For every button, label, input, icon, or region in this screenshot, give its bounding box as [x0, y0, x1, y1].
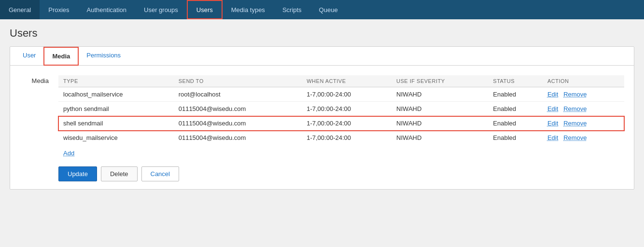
table-row-highlighted: shell sendmail 01115004@wisedu.com 1-7,0…	[58, 116, 624, 131]
page-title: Users	[10, 27, 634, 40]
nav-item-user-groups[interactable]: User groups	[135, 0, 187, 19]
col-when-active: WHEN ACTIVE	[302, 75, 392, 87]
col-type: TYPE	[58, 75, 174, 87]
update-button[interactable]: Update	[58, 166, 97, 181]
cell-send-to: 01115004@wisedu.com	[174, 116, 302, 131]
media-table: TYPE SEND TO WHEN ACTIVE USE IF SEVERITY…	[58, 75, 624, 145]
cell-action: Edit Remove	[543, 102, 624, 116]
edit-link[interactable]: Edit	[547, 134, 558, 141]
sub-tab-bar: User Media Permissions	[10, 47, 634, 66]
nav-item-authentication[interactable]: Authentication	[78, 0, 135, 19]
cell-when-active: 1-7,00:00-24:00	[302, 116, 392, 131]
cell-status: Enabled	[488, 116, 543, 131]
cell-action: Edit Remove	[543, 87, 624, 102]
top-navigation: General Proxies Authentication User grou…	[0, 0, 644, 19]
col-use-if-severity: USE IF SEVERITY	[392, 75, 488, 87]
cell-severity: NIWAHD	[392, 116, 488, 131]
nav-item-queue[interactable]: Queue	[310, 0, 347, 19]
main-card: User Media Permissions Media TYPE SEND T…	[10, 46, 634, 190]
nav-item-users[interactable]: Users	[187, 0, 223, 19]
tab-media[interactable]: Media	[43, 47, 79, 66]
cell-when-active: 1-7,00:00-24:00	[302, 131, 392, 145]
edit-link[interactable]: Edit	[547, 120, 558, 127]
table-row: python sendmail 01115004@wisedu.com 1-7,…	[58, 102, 624, 116]
cell-action: Edit Remove	[543, 131, 624, 145]
table-row: wisedu_mailservice 01115004@wisedu.com 1…	[58, 131, 624, 145]
col-status: STATUS	[488, 75, 543, 87]
cell-severity: NIWAHD	[392, 131, 488, 145]
media-label: Media	[20, 75, 49, 159]
page-content: Users User Media Permissions Media TYPE …	[0, 19, 644, 247]
nav-item-media-types[interactable]: Media types	[223, 0, 274, 19]
cell-when-active: 1-7,00:00-24:00	[302, 102, 392, 116]
remove-link[interactable]: Remove	[563, 120, 587, 127]
media-table-container: TYPE SEND TO WHEN ACTIVE USE IF SEVERITY…	[58, 75, 624, 159]
cell-status: Enabled	[488, 87, 543, 102]
cell-send-to: 01115004@wisedu.com	[174, 131, 302, 145]
cell-send-to: 01115004@wisedu.com	[174, 102, 302, 116]
remove-link[interactable]: Remove	[563, 134, 587, 141]
nav-item-scripts[interactable]: Scripts	[274, 0, 310, 19]
cell-when-active: 1-7,00:00-24:00	[302, 87, 392, 102]
nav-item-proxies[interactable]: Proxies	[40, 0, 78, 19]
tab-permissions[interactable]: Permissions	[79, 47, 128, 66]
table-row: localhost_mailservice root@localhost 1-7…	[58, 87, 624, 102]
cell-severity: NIWAHD	[392, 87, 488, 102]
cell-type: localhost_mailservice	[58, 87, 174, 102]
table-header-row: TYPE SEND TO WHEN ACTIVE USE IF SEVERITY…	[58, 75, 624, 87]
cell-type: wisedu_mailservice	[58, 131, 174, 145]
cancel-button[interactable]: Cancel	[141, 166, 179, 181]
cell-status: Enabled	[488, 131, 543, 145]
remove-link[interactable]: Remove	[563, 105, 587, 112]
cell-action: Edit Remove	[543, 116, 624, 131]
edit-link[interactable]: Edit	[547, 91, 558, 98]
cell-type: shell sendmail	[58, 116, 174, 131]
cell-type: python sendmail	[58, 102, 174, 116]
col-send-to: SEND TO	[174, 75, 302, 87]
table-area: Media TYPE SEND TO WHEN ACTIVE USE IF SE…	[10, 66, 634, 189]
edit-link[interactable]: Edit	[547, 105, 558, 112]
media-section: Media TYPE SEND TO WHEN ACTIVE USE IF SE…	[20, 75, 624, 159]
col-action: ACTION	[543, 75, 624, 87]
nav-item-general[interactable]: General	[0, 0, 40, 19]
cell-status: Enabled	[488, 102, 543, 116]
delete-button[interactable]: Delete	[101, 166, 138, 181]
button-row: Update Delete Cancel	[20, 166, 624, 181]
tab-user[interactable]: User	[15, 47, 43, 66]
cell-severity: NIWAHD	[392, 102, 488, 116]
cell-send-to: root@localhost	[174, 87, 302, 102]
remove-link[interactable]: Remove	[563, 91, 587, 98]
add-link[interactable]: Add	[58, 148, 79, 159]
